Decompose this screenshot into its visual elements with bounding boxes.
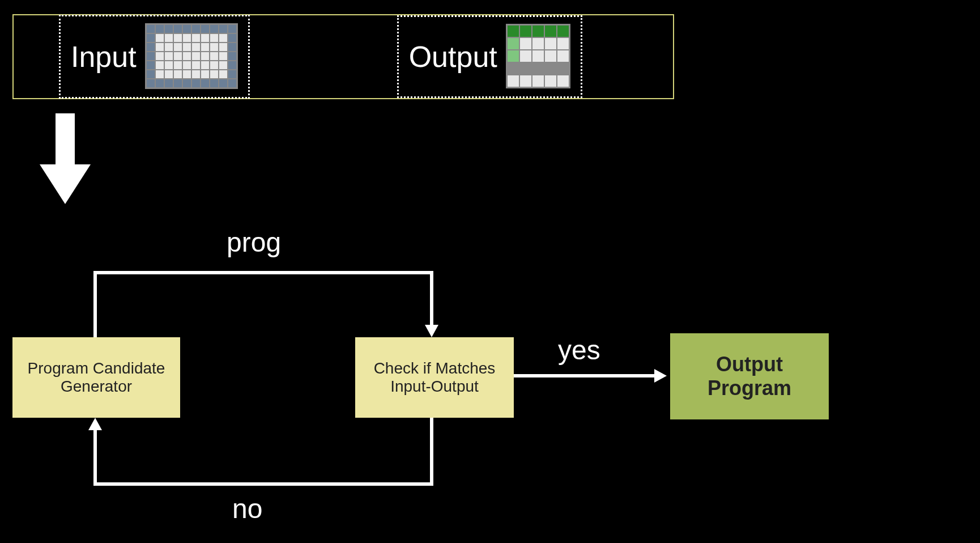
prog-arrow-segment	[93, 271, 433, 274]
no-label: no	[232, 493, 262, 524]
no-arrow-segment	[93, 429, 97, 486]
input-grid-icon	[145, 23, 238, 90]
yes-label: yes	[558, 334, 600, 366]
generator-line2: Generator	[61, 377, 132, 396]
prog-arrow-segment	[430, 271, 433, 326]
yes-arrow-head-icon	[654, 369, 667, 383]
svg-marker-1	[40, 164, 91, 204]
checker-box: Check if Matches Input-Output	[355, 337, 514, 418]
prog-arrow-head-icon	[425, 325, 438, 337]
yes-arrow-segment	[514, 374, 655, 377]
no-arrow-segment	[430, 418, 433, 486]
output-box: Output	[397, 15, 582, 98]
output-label: Output	[409, 40, 497, 74]
prog-arrow-segment	[93, 271, 97, 337]
no-arrow-segment	[93, 482, 433, 486]
prog-label: prog	[227, 227, 281, 258]
arrow-down-icon	[40, 113, 91, 204]
io-container: Input Output	[12, 14, 674, 99]
checker-line2: Input-Output	[390, 377, 479, 396]
checker-line1: Check if Matches	[374, 359, 496, 377]
svg-rect-0	[56, 113, 75, 167]
input-box: Input	[59, 15, 250, 99]
output-line2: Program	[708, 376, 791, 400]
output-grid-icon	[506, 24, 570, 90]
output-line1: Output	[716, 353, 783, 376]
no-arrow-head-icon	[88, 418, 102, 430]
output-program-box: Output Program	[670, 333, 829, 419]
input-label: Input	[71, 40, 137, 74]
generator-box: Program Candidate Generator	[12, 337, 180, 418]
generator-line1: Program Candidate	[28, 359, 165, 377]
